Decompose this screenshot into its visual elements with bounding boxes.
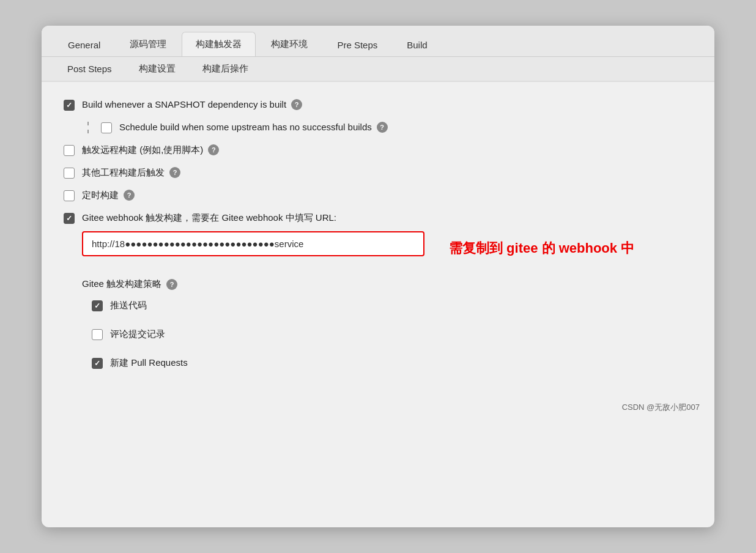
webhook-url-box[interactable]: http://18●●●●●●●●●●●●●●●●●●●●●●●●●●●serv… (82, 231, 424, 256)
help-upstream-icon[interactable]: ? (377, 122, 388, 133)
tab-build-settings[interactable]: 构建设置 (125, 57, 189, 81)
checkbox-pr-label: 新建 Pull Requests (110, 357, 188, 369)
checkbox-remote-label: 触发远程构建 (例如,使用脚本) (82, 144, 203, 156)
tab-build-trigger[interactable]: 构建触发器 (182, 32, 256, 56)
tabs-row-2: Post Steps 构建设置 构建后操作 (42, 57, 714, 82)
checkbox-upstream-row: Schedule build when some upstream has no… (101, 122, 692, 133)
checkbox-upstream-label: Schedule build when some upstream has no… (119, 122, 372, 132)
checkbox-gitee-label: Gitee webhook 触发构建，需要在 Gitee webhook 中填写… (82, 212, 336, 224)
tabs-row-1: General 源码管理 构建触发器 构建环境 Pre Steps Build (42, 26, 714, 57)
annotation-text: 需复制到 gitee 的 webhook 中 (449, 239, 634, 258)
gitee-strategy-section: Gitee 触发构建策略 ? (82, 278, 692, 290)
checkbox-other[interactable] (64, 168, 75, 179)
gitee-strategy-label: Gitee 触发构建策略 (82, 278, 161, 290)
checkbox-scheduled[interactable] (64, 190, 75, 201)
checkbox-push[interactable] (92, 300, 103, 311)
checkbox-push-label: 推送代码 (110, 300, 147, 311)
tab-post-steps[interactable]: Post Steps (54, 58, 125, 80)
checkbox-upstream[interactable] (101, 122, 112, 133)
help-remote-icon[interactable]: ? (208, 144, 219, 155)
checkbox-pr-row: 新建 Pull Requests (92, 357, 692, 369)
checkbox-comment-row: 评论提交记录 (92, 328, 692, 340)
checkbox-scheduled-row: 定时构建 ? (64, 190, 692, 201)
tab-source-mgmt[interactable]: 源码管理 (116, 32, 180, 56)
help-other-icon[interactable]: ? (169, 167, 180, 178)
tab-post-build[interactable]: 构建后操作 (189, 57, 262, 81)
footer-credit: CSDN @无敌小肥007 (42, 397, 714, 413)
footer-credit-text: CSDN @无敌小肥007 (622, 403, 700, 412)
checkbox-snapshot-label: Build whenever a SNAPSHOT dependency is … (82, 99, 286, 109)
checkbox-snapshot[interactable] (64, 100, 75, 111)
checkbox-other-label: 其他工程构建后触发 (82, 167, 165, 179)
checkbox-comment-label: 评论提交记录 (110, 328, 165, 340)
checkbox-push-row: 推送代码 (92, 300, 692, 311)
tab-pre-steps[interactable]: Pre Steps (323, 33, 391, 56)
checkbox-snapshot-row: Build whenever a SNAPSHOT dependency is … (64, 99, 692, 111)
main-panel: General 源码管理 构建触发器 构建环境 Pre Steps Build … (42, 26, 714, 527)
content-area: Build whenever a SNAPSHOT dependency is … (42, 82, 714, 397)
tab-general[interactable]: General (54, 33, 114, 56)
checkbox-remote[interactable] (64, 145, 75, 156)
checkbox-pr[interactable] (92, 358, 103, 369)
help-strategy-icon[interactable]: ? (166, 279, 177, 290)
tab-build[interactable]: Build (393, 33, 441, 56)
tab-build-env[interactable]: 构建环境 (257, 32, 322, 56)
checkbox-remote-row: 触发远程构建 (例如,使用脚本) ? (64, 144, 692, 156)
checkbox-gitee[interactable] (64, 213, 75, 224)
help-scheduled-icon[interactable]: ? (124, 190, 135, 201)
help-snapshot-icon[interactable]: ? (291, 99, 302, 110)
checkbox-comment[interactable] (92, 329, 103, 340)
checkbox-gitee-row: Gitee webhook 触发构建，需要在 Gitee webhook 中填写… (64, 212, 692, 224)
checkbox-other-row: 其他工程构建后触发 ? (64, 167, 692, 179)
checkbox-scheduled-label: 定时构建 (82, 190, 119, 201)
webhook-url-text: http://18●●●●●●●●●●●●●●●●●●●●●●●●●●●serv… (92, 239, 303, 249)
